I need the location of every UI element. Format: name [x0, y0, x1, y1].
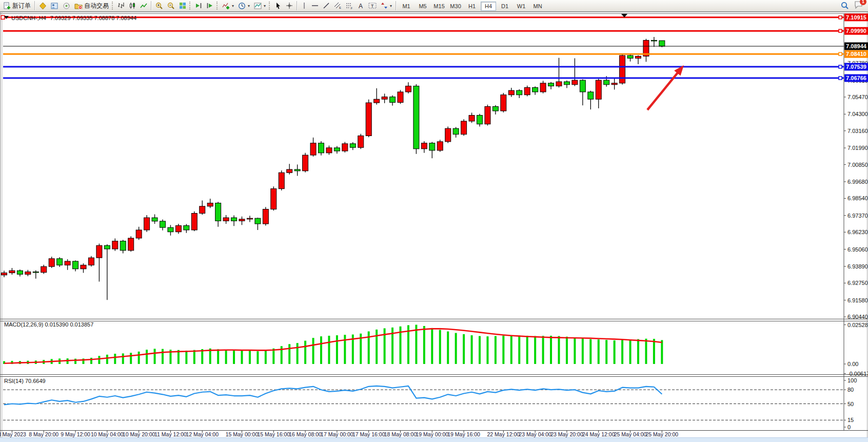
- auto-scroll-button[interactable]: [204, 1, 215, 11]
- line-handle[interactable]: [839, 76, 842, 80]
- candle-body: [112, 241, 118, 249]
- toolbar-grip: [112, 2, 114, 10]
- line-handle[interactable]: [839, 29, 842, 32]
- arrows-button[interactable]: ▾: [379, 1, 394, 11]
- svg-text:A: A: [359, 3, 363, 10]
- timeframe-button-m15[interactable]: M15: [431, 2, 447, 11]
- price-axis-label: 6.92750: [847, 280, 868, 286]
- symbols-button[interactable]: [37, 1, 49, 11]
- equidistant-channel-button[interactable]: E: [332, 1, 344, 11]
- candle-body: [49, 259, 54, 266]
- candle-body: [548, 83, 554, 86]
- indicators-icon: [222, 2, 230, 10]
- candle-body: [398, 92, 403, 103]
- timeframe-button-m1[interactable]: M1: [399, 2, 414, 11]
- search-button[interactable]: [839, 1, 851, 11]
- candle-body: [342, 144, 348, 151]
- timeframe-button-d1[interactable]: D1: [497, 2, 512, 11]
- trendline-icon: [323, 2, 330, 9]
- candle-body: [620, 55, 625, 83]
- line-chart-icon: [140, 2, 147, 9]
- candle-body: [2, 273, 7, 275]
- chart-title: USDCNH-,H47.09329 7.09335 7.08878 7.0894…: [11, 15, 136, 21]
- line-handle[interactable]: [1, 15, 5, 19]
- time-axis-label: 22 May 12:00: [487, 431, 520, 437]
- line-handle[interactable]: [839, 52, 842, 55]
- new-order-button[interactable]: 新订单: [1, 1, 33, 11]
- timeframe-button-m5[interactable]: M5: [415, 2, 430, 11]
- candle-body: [239, 219, 245, 221]
- candle-body: [413, 86, 419, 149]
- candle-body: [540, 83, 546, 92]
- candle-body: [168, 227, 173, 232]
- navigator-button[interactable]: [61, 1, 72, 11]
- chart-canvas[interactable]: 7.077807.066107.054707.043007.031607.019…: [0, 0, 868, 442]
- ohlc-values: 7.09329 7.09335 7.08878 7.08944: [50, 15, 136, 21]
- data-window-button[interactable]: [49, 1, 61, 11]
- candle-body: [437, 142, 443, 150]
- macd-axis-label: 0.00: [847, 361, 858, 367]
- candle-body: [279, 172, 284, 188]
- indicators-button[interactable]: ▾: [220, 1, 236, 11]
- zoom-out-icon: [167, 2, 175, 10]
- zoom-out-button[interactable]: [165, 1, 177, 11]
- line-chart-button[interactable]: [138, 1, 149, 11]
- timeframe-button-h1[interactable]: H1: [464, 2, 480, 11]
- candle-body: [175, 225, 181, 232]
- candlestick-chart-icon: [129, 2, 136, 9]
- horizontal-line-button[interactable]: [309, 1, 321, 11]
- toolbar-grip: [189, 2, 192, 10]
- symbols-icon: [39, 2, 47, 10]
- svg-text:E: E: [339, 6, 341, 9]
- candle-body: [160, 221, 166, 227]
- price-axis-label: 6.98540: [847, 195, 868, 201]
- timeframe-button-mn[interactable]: MN: [530, 2, 545, 11]
- candle-body: [200, 206, 205, 214]
- candle-body: [41, 266, 47, 272]
- toolbar-separator: [34, 1, 35, 10]
- search-icon: [841, 2, 849, 10]
- autotrading-label: 自动交易: [84, 2, 109, 10]
- candle-body: [461, 121, 467, 134]
- dropdown-arrow-icon: ▾: [390, 4, 392, 8]
- candle-body: [477, 116, 483, 124]
- timeframe-button-h4[interactable]: H4: [481, 2, 496, 11]
- line-handle[interactable]: [839, 65, 842, 68]
- svg-text:F: F: [351, 7, 353, 10]
- chart-shift-button[interactable]: [193, 1, 204, 11]
- fibonacci-button[interactable]: F: [344, 1, 356, 11]
- candle-body: [611, 83, 617, 85]
- new-order-icon: [3, 2, 11, 10]
- timeframe-button-w1[interactable]: W1: [514, 2, 529, 11]
- periods-button[interactable]: ▾: [236, 1, 252, 11]
- candle-body: [350, 144, 356, 147]
- timeframe-button-m30[interactable]: M30: [448, 2, 463, 11]
- text-label-button[interactable]: T: [366, 1, 379, 11]
- vertical-line-button[interactable]: [299, 1, 309, 11]
- rsi-axis-label: 80: [847, 387, 854, 393]
- candle-body: [263, 209, 268, 224]
- tile-windows-button[interactable]: [177, 1, 188, 11]
- toolbar-grip: [216, 2, 219, 10]
- text-button[interactable]: A: [356, 1, 366, 11]
- zoom-in-button[interactable]: [153, 1, 165, 11]
- chat-button[interactable]: 1: [854, 1, 863, 11]
- line-handle[interactable]: [839, 16, 842, 19]
- time-axis-label: 10 May 20:00: [123, 431, 155, 437]
- price-label-text: 7.07539: [846, 64, 866, 70]
- price-axis-label: 7.05470: [847, 94, 868, 100]
- candlestick-chart-button[interactable]: [127, 1, 138, 11]
- bar-chart-button[interactable]: [115, 1, 127, 11]
- cursor-button[interactable]: [272, 1, 284, 11]
- candle-body: [287, 169, 292, 172]
- candle-body: [25, 272, 31, 274]
- time-axis-label: 15 May 00:00: [226, 431, 259, 437]
- candle-body: [596, 80, 601, 99]
- fibonacci-icon: F: [346, 2, 353, 9]
- trendline-button[interactable]: [321, 1, 332, 11]
- templates-button[interactable]: ▾: [252, 1, 268, 11]
- candle-body: [421, 143, 427, 149]
- crosshair-button[interactable]: [284, 1, 295, 11]
- cursor-icon: [274, 2, 282, 9]
- autotrading-button[interactable]: 自动交易: [72, 1, 111, 11]
